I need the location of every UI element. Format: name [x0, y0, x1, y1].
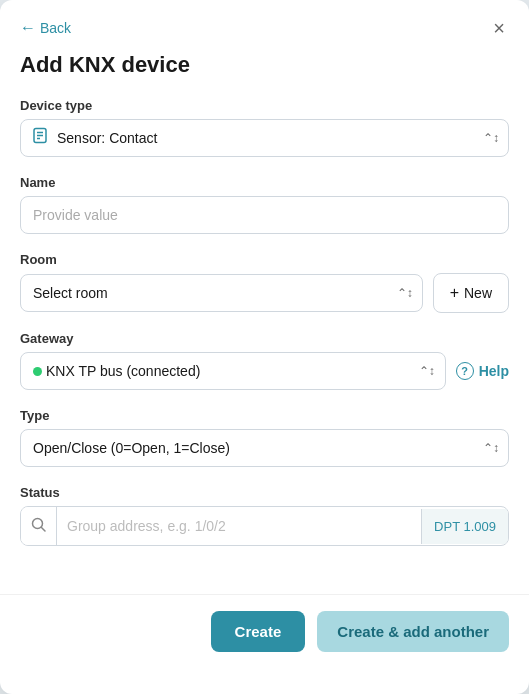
- back-button[interactable]: ← Back: [20, 19, 71, 37]
- modal-header: ← Back × Add KNX device: [0, 0, 529, 98]
- help-circle-icon: ?: [456, 362, 474, 380]
- gateway-select[interactable]: KNX TP bus (connected) ⌃↕: [20, 352, 446, 390]
- help-button[interactable]: ? Help: [456, 362, 509, 380]
- room-row: Select room ⌃↕ + New: [20, 273, 509, 313]
- page-title: Add KNX device: [20, 52, 509, 78]
- new-room-button[interactable]: + New: [433, 273, 509, 313]
- gateway-row: KNX TP bus (connected) ⌃↕ ? Help: [20, 352, 509, 390]
- create-button[interactable]: Create: [211, 611, 306, 652]
- status-label: Status: [20, 485, 509, 500]
- help-label: Help: [479, 363, 509, 379]
- type-select[interactable]: Open/Close (0=Open, 1=Close): [20, 429, 509, 467]
- back-arrow-icon: ←: [20, 19, 36, 37]
- status-field: Status DPT 1.009: [20, 485, 509, 546]
- create-add-another-button[interactable]: Create & add another: [317, 611, 509, 652]
- dpt-badge: DPT 1.009: [421, 509, 508, 544]
- close-button[interactable]: ×: [489, 16, 509, 40]
- device-type-select-wrapper: Sensor: Contact ⌃↕: [20, 119, 509, 157]
- search-button[interactable]: [21, 507, 57, 545]
- footer: Create Create & add another: [0, 594, 529, 668]
- close-icon: ×: [493, 17, 505, 39]
- gateway-label: Gateway: [20, 331, 509, 346]
- gateway-select-wrapper: KNX TP bus (connected) ⌃↕: [20, 352, 446, 390]
- device-type-label: Device type: [20, 98, 509, 113]
- gateway-field: Gateway KNX TP bus (connected) ⌃↕ ? Help: [20, 331, 509, 390]
- status-input-row: DPT 1.009: [20, 506, 509, 546]
- type-label: Type: [20, 408, 509, 423]
- type-select-wrapper: Open/Close (0=Open, 1=Close) ⌃↕: [20, 429, 509, 467]
- back-label: Back: [40, 20, 71, 36]
- name-field: Name: [20, 175, 509, 234]
- connected-dot-icon: [33, 367, 42, 376]
- search-icon: [31, 517, 46, 535]
- form-body: Device type Sensor: Contact ⌃↕: [0, 98, 529, 584]
- status-input[interactable]: [57, 508, 421, 544]
- room-select[interactable]: Select room: [20, 274, 423, 312]
- gateway-chevron-icon: ⌃↕: [419, 364, 435, 378]
- device-type-field: Device type Sensor: Contact ⌃↕: [20, 98, 509, 157]
- name-label: Name: [20, 175, 509, 190]
- name-input[interactable]: [20, 196, 509, 234]
- room-select-wrapper: Select room ⌃↕: [20, 274, 423, 312]
- gateway-value-label: KNX TP bus (connected): [46, 363, 200, 379]
- plus-icon: +: [450, 284, 459, 302]
- type-field: Type Open/Close (0=Open, 1=Close) ⌃↕: [20, 408, 509, 467]
- modal: ← Back × Add KNX device Device type: [0, 0, 529, 694]
- device-type-select[interactable]: Sensor: Contact: [20, 119, 509, 157]
- top-bar: ← Back ×: [20, 16, 509, 40]
- new-room-label: New: [464, 285, 492, 301]
- room-field: Room Select room ⌃↕ + New: [20, 252, 509, 313]
- room-label: Room: [20, 252, 509, 267]
- svg-line-5: [42, 528, 46, 532]
